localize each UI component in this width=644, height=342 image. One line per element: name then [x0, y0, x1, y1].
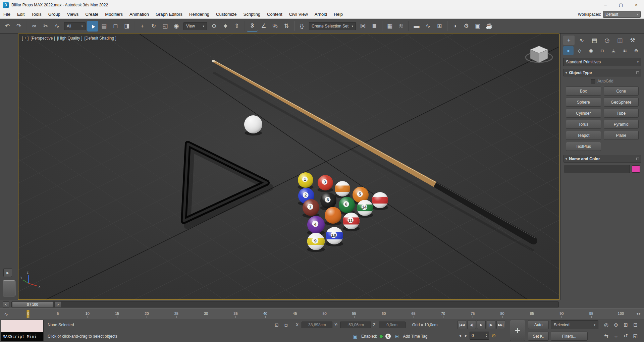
workspace-dropdown[interactable]: Default ▾ — [603, 11, 641, 18]
previous-frame-button[interactable]: ◀| — [467, 320, 476, 329]
subtab-cameras[interactable]: ◘ — [597, 46, 607, 55]
perspective-viewport[interactable]: 135286714114109xyz [ + ][Perspective ][H… — [18, 34, 559, 300]
coord-field-y-[interactable]: -53,06cm — [340, 322, 371, 328]
next-frame-button[interactable]: |▶ — [487, 320, 495, 329]
time-slider-handle[interactable]: 0 / 100 — [12, 301, 53, 307]
teapot-button[interactable]: Teapot — [566, 131, 601, 140]
go-to-end-button[interactable]: ▶▶| — [496, 320, 505, 329]
zoom-icon[interactable]: ◎ — [602, 320, 611, 329]
viewport-pov-label[interactable]: [Perspective ] — [31, 36, 55, 41]
object-name-input[interactable] — [565, 165, 630, 173]
menu-customize[interactable]: Customize — [213, 10, 240, 19]
menu-content[interactable]: Content — [264, 10, 286, 19]
window-crossing-toggle-icon[interactable]: ◨ — [121, 21, 132, 32]
material-editor-icon[interactable]: ◑ — [449, 21, 460, 32]
select-and-manipulate-icon[interactable]: ∗ — [220, 21, 231, 32]
subtab-shapes[interactable]: ◇ — [575, 46, 585, 55]
rendered-frame-window-icon[interactable]: ▣ — [472, 21, 483, 32]
reference-coordinate-system-dropdown[interactable]: View▾ — [183, 22, 207, 30]
menu-civil-view[interactable]: Civil View — [286, 10, 311, 19]
menu-tools[interactable]: Tools — [28, 10, 45, 19]
tab-modify[interactable]: ∿ — [576, 36, 587, 45]
select-and-rotate-icon[interactable]: ↻ — [148, 21, 159, 32]
object-color-swatch[interactable] — [632, 165, 640, 173]
trackbar-curve-toggle-icon[interactable]: ∿ — [2, 310, 10, 318]
key-mode-toggle-icon[interactable]: ⊙ — [490, 332, 497, 339]
toggle-layer-explorer-icon[interactable]: ≋ — [396, 21, 407, 32]
unlink-selection-icon[interactable]: ✂ — [40, 21, 51, 32]
rectangular-selection-region-icon[interactable]: ◻ — [110, 21, 121, 32]
menu-help[interactable]: Help — [330, 10, 346, 19]
viewport-menu-toggle[interactable]: [ + ] — [22, 36, 29, 41]
category-dropdown[interactable]: Standard Primitives ▾ — [563, 58, 641, 66]
select-and-place-icon[interactable]: ◉ — [171, 21, 182, 32]
snaps-toggle-3d-icon[interactable]: 3 — [247, 21, 258, 32]
current-frame-field[interactable]: 0▴▾ — [470, 332, 489, 340]
viewport-layout-tab[interactable] — [3, 280, 15, 296]
torus-button[interactable]: Torus — [566, 120, 601, 129]
select-object-icon[interactable]: ▲ — [87, 21, 98, 32]
set-keys-button[interactable]: + — [510, 320, 525, 341]
menu-graph-editors[interactable]: Graph Editors — [152, 10, 186, 19]
key-filters-button[interactable]: Filters... — [551, 332, 588, 341]
menu-file[interactable]: File — [0, 10, 14, 19]
textplus-button[interactable]: TextPlus — [566, 142, 601, 151]
trackbar-scroll-arrows[interactable]: ◂▸ — [636, 311, 641, 316]
zoom-region-icon[interactable]: ⊡ — [631, 320, 640, 329]
menu-edit[interactable]: Edit — [14, 10, 28, 19]
object-type-rollout-header[interactable]: ▾ Object Type — [563, 69, 641, 76]
curve-editor-icon[interactable]: ∿ — [423, 21, 433, 32]
strip-expand-button[interactable]: ▶ — [3, 268, 12, 277]
tab-motion[interactable]: ◷ — [601, 36, 613, 45]
cylinder-button[interactable]: Cylinder — [566, 109, 601, 118]
track-bar[interactable]: ∿ ◂▸ 05101520253035404550556065707580859… — [0, 308, 644, 319]
select-and-move-icon[interactable]: + — [137, 21, 148, 32]
use-pivot-point-center-icon[interactable]: ⊙ — [209, 21, 219, 32]
auto-key-button[interactable]: Auto — [528, 320, 549, 329]
render-production-icon[interactable]: ☕ — [484, 21, 494, 32]
edit-named-selection-sets-icon[interactable]: {} — [297, 21, 307, 32]
bind-to-space-warp-icon[interactable]: ∿ — [52, 21, 62, 32]
set-key-button[interactable]: Set K. — [528, 332, 549, 341]
maximize-viewport-toggle-icon[interactable]: ◱ — [631, 331, 640, 340]
toggle-scene-explorer-icon[interactable]: ▦ — [384, 21, 395, 32]
tab-utilities[interactable]: ⚒ — [627, 36, 638, 45]
pan-view-icon[interactable]: ⇆ — [602, 331, 611, 340]
coord-field-x-[interactable]: 38,898cm — [302, 322, 332, 328]
spinner-down-icon[interactable]: ▾ — [486, 336, 487, 338]
geosphere-button[interactable]: GeoSphere — [604, 98, 639, 107]
schematic-view-icon[interactable]: ⊞ — [434, 21, 445, 32]
redo-icon[interactable]: ↷ — [13, 21, 24, 32]
subtab-helpers[interactable]: ◬ — [608, 46, 619, 55]
zoom-all-icon[interactable]: ⊕ — [611, 320, 621, 329]
menu-rendering[interactable]: Rendering — [186, 10, 213, 19]
tab-display[interactable]: ◫ — [614, 36, 626, 45]
viewport-quality-label[interactable]: [High Quality ] — [57, 36, 82, 41]
close-button[interactable]: × — [629, 0, 644, 10]
plane-button[interactable]: Plane — [604, 131, 639, 140]
named-selection-sets-dropdown[interactable]: Create Selection Set▾ — [309, 22, 356, 30]
key-selection-dropdown[interactable]: Selected ▾ — [551, 320, 598, 329]
subtab-lights[interactable]: ◉ — [586, 46, 596, 55]
viewport-shading-label[interactable]: [Default Shading ] — [84, 36, 116, 41]
tab-hierarchy[interactable]: ▤ — [589, 36, 600, 45]
percent-snap-toggle-icon[interactable]: % — [270, 21, 280, 32]
tube-button[interactable]: Tube — [604, 109, 639, 118]
menu-animation[interactable]: Animation — [126, 10, 152, 19]
zoom-extents-icon[interactable]: ⊞ — [621, 320, 630, 329]
select-and-link-icon[interactable]: ∞ — [29, 21, 40, 32]
tab-create[interactable]: + — [563, 36, 575, 45]
selection-filter-dropdown[interactable]: All▾ — [64, 22, 86, 30]
menu-group[interactable]: Group — [45, 10, 64, 19]
menu-arnold[interactable]: Arnold — [311, 10, 331, 19]
subtab-space-warps[interactable]: ≋ — [620, 46, 630, 55]
autogrid-checkbox[interactable] — [591, 79, 595, 83]
undo-icon[interactable]: ↶ — [2, 21, 13, 32]
pyramid-button[interactable]: Pyramid — [604, 120, 639, 129]
menu-create[interactable]: Create — [82, 10, 102, 19]
viewport-canvas[interactable]: 135286714114109xyz — [18, 34, 559, 299]
sphere-button[interactable]: Sphere — [566, 98, 601, 107]
toggle-ribbon-icon[interactable]: ▬ — [411, 21, 422, 32]
next-frame-nudge-button[interactable]: > — [54, 301, 61, 307]
previous-frame-nudge-button[interactable]: < — [3, 301, 9, 307]
